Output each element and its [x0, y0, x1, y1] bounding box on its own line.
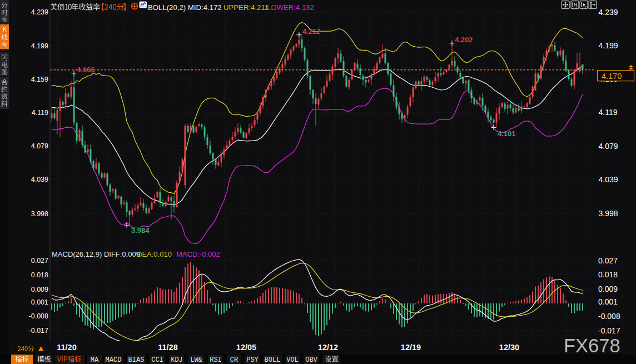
- svg-text:DEA:0.010: DEA:0.010: [137, 250, 172, 258]
- svg-text:0.009: 0.009: [31, 286, 48, 293]
- svg-text:MACD: MACD: [106, 356, 122, 364]
- svg-text:0.001: 0.001: [31, 298, 48, 306]
- svg-text:-0.008: -0.008: [598, 312, 620, 321]
- svg-text:11/28: 11/28: [158, 343, 178, 352]
- svg-text:4.199: 4.199: [31, 42, 48, 50]
- svg-text:3.984: 3.984: [131, 226, 150, 235]
- svg-text:4.079: 4.079: [599, 142, 618, 151]
- svg-text:PSY: PSY: [246, 356, 259, 364]
- svg-text:-0.008: -0.008: [29, 312, 48, 320]
- svg-text:CR: CR: [230, 356, 238, 364]
- svg-text:4.039: 4.039: [599, 175, 618, 184]
- svg-text:VOL: VOL: [286, 356, 299, 364]
- svg-text:12/30: 12/30: [499, 343, 519, 352]
- svg-text:0.009: 0.009: [598, 285, 618, 293]
- svg-text:-0.017: -0.017: [598, 326, 620, 335]
- svg-text:11/20: 11/20: [57, 343, 77, 352]
- svg-text:KDJ: KDJ: [171, 356, 183, 364]
- svg-text:4.202: 4.202: [455, 36, 473, 44]
- svg-text:12/05: 12/05: [236, 343, 256, 352]
- svg-text:4.170: 4.170: [602, 72, 622, 81]
- svg-text:4.159: 4.159: [31, 76, 48, 83]
- svg-text:UPPER:4.211: UPPER:4.211: [223, 3, 269, 12]
- svg-text:BIAS: BIAS: [128, 356, 145, 364]
- svg-text:4.079: 4.079: [31, 142, 48, 150]
- svg-text:-0.017: -0.017: [29, 327, 48, 335]
- svg-text:LOWER:4.132: LOWER:4.132: [267, 3, 314, 12]
- svg-text:OBV: OBV: [305, 356, 317, 364]
- svg-text:12/12: 12/12: [318, 343, 338, 352]
- svg-text:MACD(26,12,9) DIFF:0.009: MACD(26,12,9) DIFF:0.009: [52, 250, 140, 258]
- svg-text:0.027: 0.027: [31, 257, 48, 265]
- svg-text:4.039: 4.039: [31, 176, 48, 183]
- svg-text:0.027: 0.027: [598, 256, 618, 265]
- svg-text:BOLL(20,2) MID:4.172: BOLL(20,2) MID:4.172: [148, 3, 222, 12]
- svg-text:LW&: LW&: [190, 356, 202, 364]
- svg-text:CCI: CCI: [151, 356, 163, 364]
- svg-text:3.998: 3.998: [31, 210, 48, 218]
- svg-text:12/19: 12/19: [401, 343, 421, 352]
- svg-text:4.166: 4.166: [77, 66, 95, 74]
- svg-text:FX678: FX678: [564, 335, 620, 356]
- svg-text:4.199: 4.199: [599, 41, 618, 50]
- svg-text:4.239: 4.239: [31, 8, 48, 16]
- svg-text:3.998: 3.998: [599, 209, 618, 218]
- svg-text:4.212: 4.212: [302, 27, 321, 36]
- svg-text:4.119: 4.119: [32, 109, 48, 117]
- svg-text:0.018: 0.018: [598, 270, 618, 279]
- svg-text:4.101: 4.101: [498, 129, 516, 138]
- svg-text:RSI: RSI: [210, 356, 222, 364]
- svg-text:BOLL: BOLL: [265, 356, 281, 364]
- svg-text:MACD:-0.002: MACD:-0.002: [176, 250, 220, 258]
- svg-text:0.018: 0.018: [31, 271, 48, 279]
- svg-text:MA: MA: [91, 356, 99, 364]
- svg-text:4.119: 4.119: [599, 108, 618, 117]
- svg-text:0.001: 0.001: [598, 297, 618, 306]
- svg-text:4.239: 4.239: [599, 8, 618, 17]
